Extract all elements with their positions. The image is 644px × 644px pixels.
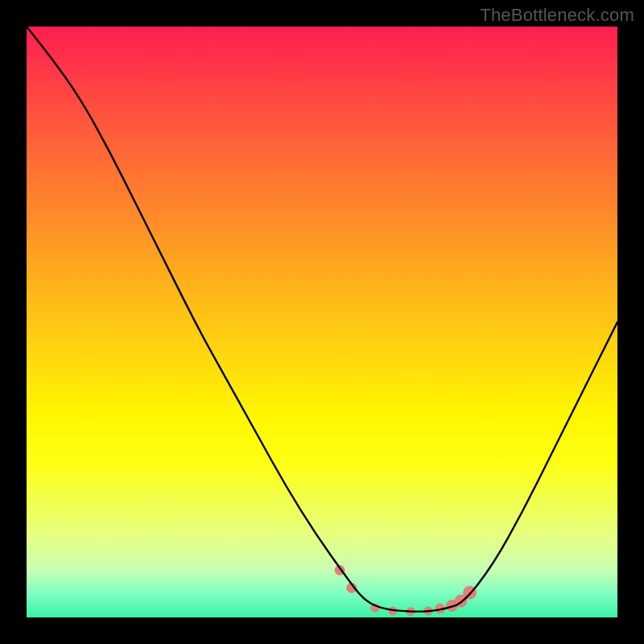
chart-svg xyxy=(27,27,617,617)
chart-plot-area xyxy=(27,27,617,617)
bottleneck-curve xyxy=(27,27,617,612)
watermark-text: TheBottleneck.com xyxy=(480,5,634,26)
